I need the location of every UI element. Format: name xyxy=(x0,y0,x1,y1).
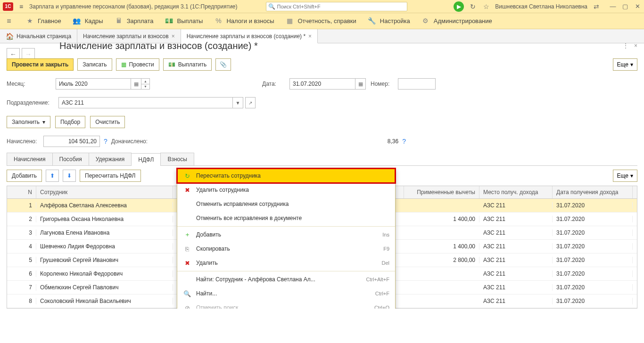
clear-button[interactable]: Очистить xyxy=(90,116,125,128)
ctx-find-value[interactable]: Найти: Сотрудник - Алфёрова Светлана Ал.… xyxy=(177,272,395,286)
close-icon[interactable]: × xyxy=(172,33,175,40)
cell-location: АЗС 211 xyxy=(479,270,553,277)
cell-location: АЗС 211 xyxy=(479,216,553,222)
ctx-cancel-emp-corrections[interactable]: Отменить исправления сотрудника xyxy=(177,197,395,211)
menu-payments[interactable]: 💵Выплаты xyxy=(165,17,203,25)
main-menu: ≡ ★Главное 👥Кадры 🖩Зарплата 💵Выплаты %На… xyxy=(0,13,644,29)
ctx-search[interactable]: 🔍Найти...Ctrl+F xyxy=(177,286,395,301)
cell-date: 31.07.2020 xyxy=(553,284,633,291)
move-up-button[interactable]: ⬆ xyxy=(46,170,59,182)
month-label: Месяц: xyxy=(7,81,29,87)
tab-ndfl[interactable]: НДФЛ xyxy=(131,153,161,166)
ctx-cancel-all-corrections[interactable]: Отменить все исправления в документе xyxy=(177,211,395,225)
more-button[interactable]: Еще▾ xyxy=(613,58,637,71)
page-close-icon[interactable]: × xyxy=(634,42,637,49)
help-icon[interactable]: ? xyxy=(402,138,406,145)
menu-main[interactable]: ★Главное xyxy=(25,17,61,25)
pick-button[interactable]: Подбор xyxy=(55,116,85,128)
tab-contrib[interactable]: Взносы xyxy=(160,153,194,165)
month-spinner[interactable]: ▲▼ xyxy=(141,78,150,90)
menu-salary[interactable]: 🖩Зарплата xyxy=(115,17,154,25)
dropdown-icon[interactable]: ▼ xyxy=(233,97,243,108)
cell-date: 31.07.2020 xyxy=(553,243,633,250)
menu-admin[interactable]: ⚙Администрирование xyxy=(421,17,492,25)
ctx-delete[interactable]: ✖УдалитьDel xyxy=(177,256,395,270)
col-location[interactable]: Место получ. дохода xyxy=(479,186,553,198)
menu-icon[interactable]: ≡ xyxy=(16,3,26,10)
cell-employee: Григорьева Оксана Николаевна xyxy=(36,216,173,222)
cell-employee: Грушевский Сергей Иванович xyxy=(36,257,173,263)
post-and-close-button[interactable]: Провести и закрыть xyxy=(7,58,74,71)
save-button[interactable]: Записать xyxy=(77,58,112,71)
attach-button[interactable]: 📎 xyxy=(215,58,231,71)
ctx-cancel-search[interactable]: ⊘Отменить поискCtrl+Q xyxy=(177,301,395,309)
month-input[interactable]: Июль 2020 xyxy=(56,78,131,90)
number-input[interactable] xyxy=(398,78,436,90)
filter-icon[interactable]: ⇄ xyxy=(592,3,601,10)
menu-taxes[interactable]: %Налоги и взносы xyxy=(214,17,274,25)
cell-date: 31.07.2020 xyxy=(553,229,633,236)
arrow-down-icon: ⬇ xyxy=(67,172,72,179)
cell-n: 4 xyxy=(7,243,36,250)
menu-reports[interactable]: ▦Отчетность, справки xyxy=(286,17,356,25)
more-options-icon[interactable]: ⋮ xyxy=(623,42,628,49)
inner-tabs: Начисления Пособия Удержания НДФЛ Взносы xyxy=(7,153,637,166)
cell-location: АЗС 211 xyxy=(479,243,553,250)
cell-n: 2 xyxy=(7,216,36,222)
star-icon: ★ xyxy=(25,17,34,25)
tab-accruals[interactable]: Начисления xyxy=(7,153,53,165)
notifications-icon[interactable]: ▶ xyxy=(454,1,464,12)
gear-icon: ⚙ xyxy=(421,17,430,25)
col-employee[interactable]: Сотрудник xyxy=(36,186,173,198)
menu-hr[interactable]: 👥Кадры xyxy=(73,17,103,25)
global-search[interactable]: 🔍 xyxy=(266,2,407,11)
window-maximize[interactable]: ▢ xyxy=(621,3,629,10)
pay-icon: 💵 xyxy=(168,61,175,68)
plus-icon: ＋ xyxy=(183,230,191,239)
col-date[interactable]: Дата получения дохода xyxy=(553,186,633,198)
cell-employee: Лагунова Елена Ивановна xyxy=(36,229,173,236)
help-icon[interactable]: ? xyxy=(104,138,107,145)
window-close[interactable]: ✕ xyxy=(634,3,641,10)
history-icon[interactable]: ↻ xyxy=(469,3,477,10)
search-icon: 🔍 xyxy=(183,290,191,297)
current-user[interactable]: Вишневская Светлана Николаевна xyxy=(495,3,587,10)
app-title: Зарплата и управление персоналом (базова… xyxy=(29,3,238,10)
title-bar: 1C ≡ Зарплата и управление персоналом (б… xyxy=(0,0,644,13)
home-icon: 🏠 xyxy=(6,33,14,40)
cell-location: АЗС 211 xyxy=(479,229,553,236)
move-down-button[interactable]: ⬇ xyxy=(63,170,76,182)
search-input[interactable] xyxy=(277,4,405,9)
copy-icon: ⎘ xyxy=(183,245,191,253)
more-button[interactable]: Еще▾ xyxy=(613,170,637,182)
fill-button[interactable]: Заполнить▾ xyxy=(7,116,50,128)
open-icon[interactable]: ↗ xyxy=(245,97,256,108)
ctx-recalc-employee[interactable]: ↻Пересчитать сотрудника xyxy=(177,169,395,183)
tab-deductions[interactable]: Удержания xyxy=(89,153,132,165)
window-minimize[interactable]: — xyxy=(609,3,617,10)
search-icon: 🔍 xyxy=(268,3,275,10)
date-input[interactable]: 31.07.2020 xyxy=(289,78,355,90)
delete-icon: ✖ xyxy=(183,187,191,194)
close-icon[interactable]: × xyxy=(308,33,312,40)
tab-benefits[interactable]: Пособия xyxy=(52,153,89,165)
calendar-icon[interactable]: ▦ xyxy=(355,78,366,90)
ctx-add[interactable]: ＋ДобавитьIns xyxy=(177,228,395,242)
cell-employee: Короленко Николай Федорович xyxy=(36,270,173,277)
dept-input[interactable]: АЗС 211 xyxy=(58,97,233,108)
ctx-copy[interactable]: ⎘СкопироватьF9 xyxy=(177,242,395,256)
favorites-icon[interactable]: ☆ xyxy=(482,3,490,10)
post-button[interactable]: ▦Провести xyxy=(116,58,159,71)
arrow-up-icon: ⬆ xyxy=(50,172,55,179)
menu-settings[interactable]: 🔧Настройка xyxy=(368,17,410,25)
recalc-ndfl-button[interactable]: Пересчитать НДФЛ xyxy=(80,170,140,182)
cell-n: 6 xyxy=(7,270,36,277)
col-n[interactable]: N xyxy=(7,186,36,198)
ctx-delete-employee[interactable]: ✖Удалить сотрудника xyxy=(177,183,395,197)
money-icon: 💵 xyxy=(165,17,173,25)
sections-menu-icon[interactable]: ≡ xyxy=(4,17,14,25)
col-deductions[interactable]: Примененные вычеты xyxy=(404,186,479,198)
pay-button[interactable]: 💵Выплатить xyxy=(163,58,212,71)
add-button[interactable]: Добавить xyxy=(7,170,42,182)
calendar-icon[interactable]: ▦ xyxy=(131,78,141,90)
